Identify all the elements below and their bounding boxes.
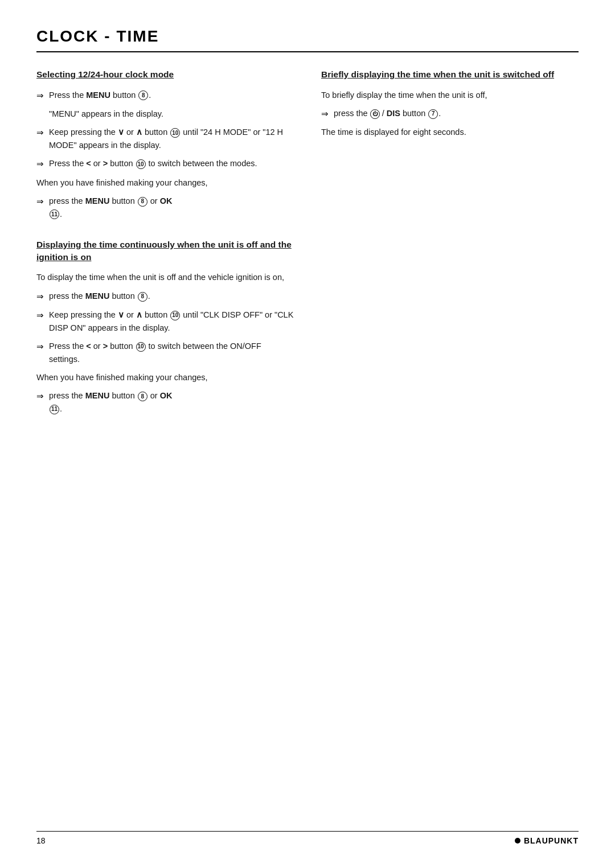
footer-brand: BLAUPUNKT xyxy=(515,836,579,845)
brand-name: BLAUPUNKT xyxy=(524,836,579,845)
bullet-text-8: press the MENU button 8 or OK 11. xyxy=(49,389,294,415)
circle-10-3: 10 xyxy=(170,311,180,320)
footer-page-number: 18 xyxy=(36,836,46,845)
arrow-icon-3: ⇒ xyxy=(36,157,49,170)
circle-10-1: 10 xyxy=(170,128,180,138)
circle-8-3: 8 xyxy=(138,292,147,302)
finished-changes-text-1: When you have finished making your chang… xyxy=(36,176,294,189)
circle-11-1: 11 xyxy=(50,209,59,219)
bullet-text-4: press the MENU button 8 or OK 11. xyxy=(49,195,294,220)
arrow-icon-7: ⇒ xyxy=(36,340,49,353)
left-column: Selecting 12/24-hour clock mode ⇒ Press … xyxy=(36,68,294,433)
footer: 18 BLAUPUNKT xyxy=(36,831,579,845)
bullet-text-5: press the MENU button 8. xyxy=(49,290,294,302)
circle-10-2: 10 xyxy=(136,159,146,169)
footer-rule xyxy=(36,831,579,832)
section-heading-continuous: Displaying the time continuously when th… xyxy=(36,238,294,263)
section-12-24-hour: Selecting 12/24-hour clock mode ⇒ Press … xyxy=(36,68,294,220)
section-continuous-display: Displaying the time continuously when th… xyxy=(36,238,294,415)
eight-seconds-text: The time is displayed for eight seconds. xyxy=(321,126,579,138)
bullet-text-1: Press the MENU button 8. xyxy=(49,89,294,101)
bullet-text-3: Press the < or > button 10 to switch bet… xyxy=(49,157,294,170)
arrow-icon-2: ⇒ xyxy=(36,126,49,139)
bullet-menu-ok-2: ⇒ press the MENU button 8 or OK 11. xyxy=(36,389,294,415)
section-briefly-display: Briefly displaying the time when the uni… xyxy=(321,68,579,139)
power-icon: ⏻ xyxy=(370,109,380,119)
footer-content: 18 BLAUPUNKT xyxy=(36,836,579,845)
right-column: Briefly displaying the time when the uni… xyxy=(321,68,579,433)
section-heading-briefly: Briefly displaying the time when the uni… xyxy=(321,68,579,81)
section-heading-clock-mode: Selecting 12/24-hour clock mode xyxy=(36,68,294,81)
bullet-press-lt-gt-1: ⇒ Press the < or > button 10 to switch b… xyxy=(36,157,294,170)
circle-11-2: 11 xyxy=(50,405,59,414)
circle-8-1: 8 xyxy=(138,90,148,100)
content-columns: Selecting 12/24-hour clock mode ⇒ Press … xyxy=(36,68,579,433)
bullet-press-menu-2: ⇒ press the MENU button 8. xyxy=(36,290,294,303)
circle-8-2: 8 xyxy=(138,197,147,207)
bullet-text-6: Keep pressing the ∨ or ∧ button 10 until… xyxy=(49,308,294,334)
bullet-keep-pressing-1: ⇒ Keep pressing the ∨ or ∧ button 10 unt… xyxy=(36,126,294,151)
bullet-text-7: Press the < or > button 10 to switch bet… xyxy=(49,340,294,365)
bullet-text-9: press the ⏻ / DIS button 7. xyxy=(334,107,579,120)
circle-8-4: 8 xyxy=(138,392,147,401)
menu-appears-text: "MENU" appears in the display. xyxy=(49,108,294,120)
circle-10-4: 10 xyxy=(136,342,146,352)
page-title: CLOCK - TIME xyxy=(36,27,579,46)
bullet-text-2: Keep pressing the ∨ or ∧ button 10 until… xyxy=(49,126,294,151)
arrow-icon-4: ⇒ xyxy=(36,195,49,208)
to-display-text: To display the time when the unit is off… xyxy=(36,271,294,283)
bullet-keep-pressing-2: ⇒ Keep pressing the ∨ or ∧ button 10 unt… xyxy=(36,308,294,334)
arrow-icon-9: ⇒ xyxy=(321,107,334,120)
arrow-icon-6: ⇒ xyxy=(36,308,49,322)
title-divider xyxy=(36,51,579,52)
bullet-menu-ok-1: ⇒ press the MENU button 8 or OK 11. xyxy=(36,195,294,220)
to-briefly-display-text: To briefly display the time when the uni… xyxy=(321,89,579,101)
arrow-icon-5: ⇒ xyxy=(36,290,49,303)
brand-dot-icon xyxy=(515,838,520,844)
circle-7: 7 xyxy=(428,109,438,119)
arrow-icon-1: ⇒ xyxy=(36,89,49,102)
bullet-press-menu-1: ⇒ Press the MENU button 8. xyxy=(36,89,294,102)
bullet-press-dis: ⇒ press the ⏻ / DIS button 7. xyxy=(321,107,579,120)
bullet-press-lt-gt-2: ⇒ Press the < or > button 10 to switch b… xyxy=(36,340,294,365)
arrow-icon-8: ⇒ xyxy=(36,389,49,402)
finished-changes-text-2: When you have finished making your chang… xyxy=(36,371,294,384)
